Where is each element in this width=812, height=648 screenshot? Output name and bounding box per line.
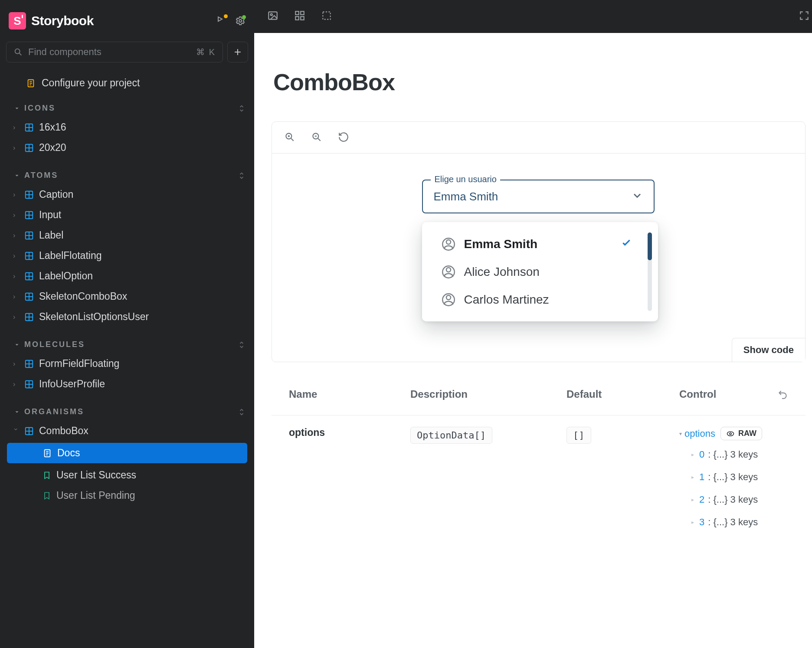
combobox-value: Emma Smith	[433, 190, 498, 203]
zoom-reset-icon[interactable]	[338, 131, 349, 144]
sidebar-item-skeletoncombobox[interactable]: ›SkeletonComboBox	[1, 286, 253, 307]
sidebar-item-skeletonlistoptionsuser[interactable]: ›SkeletonListOptionsUser	[1, 307, 253, 327]
section-icons-header[interactable]: ICONS	[1, 99, 253, 117]
section-organisms-header[interactable]: ORGANISMS	[1, 403, 253, 421]
col-name: Name	[289, 388, 410, 402]
reset-controls-button[interactable]	[762, 388, 788, 402]
control-item[interactable]: ▸1 : {...} 3 keys	[679, 469, 762, 485]
search-row: Find components ⌘ K +	[0, 42, 254, 72]
col-control: Control	[679, 388, 762, 402]
sidebar: S Storybook Find components ⌘ K + Config…	[0, 0, 254, 648]
notifications-icon[interactable]	[216, 16, 226, 26]
section-title: ATOMS	[24, 171, 58, 180]
args-table: Name Description Default Control options…	[272, 368, 805, 542]
chevron-down-icon	[631, 190, 643, 203]
sidebar-item-label: User List Success	[56, 469, 136, 481]
sidebar-tree: Configure your project ICONS › 16x16 › 2…	[0, 72, 254, 648]
control-options-toggle[interactable]: options	[684, 428, 715, 439]
sidebar-item-docs[interactable]: Docs	[7, 443, 247, 463]
section-molecules-header[interactable]: MOLECULES	[1, 336, 253, 353]
component-icon	[24, 312, 34, 322]
sidebar-item-user-list-pending[interactable]: User List Pending	[1, 485, 253, 506]
expand-collapse-icon[interactable]	[239, 409, 245, 416]
component-icon	[24, 292, 34, 301]
sidebar-item-label: InfoUserProfile	[39, 378, 105, 390]
component-icon	[24, 272, 34, 281]
search-shortcut: ⌘ K	[196, 47, 216, 57]
page-title: ComboBox	[272, 69, 805, 95]
svg-line-2	[20, 53, 22, 56]
sidebar-item-labelflotating[interactable]: ›LabelFlotating	[1, 245, 253, 266]
svg-point-67	[727, 432, 733, 436]
sidebar-item-combobox[interactable]: › ComboBox	[1, 421, 253, 441]
sidebar-item-user-list-success[interactable]: User List Success	[1, 465, 253, 485]
expand-collapse-icon[interactable]	[239, 105, 245, 112]
zoom-out-icon[interactable]	[311, 131, 322, 144]
default-chip: []	[566, 427, 591, 444]
component-icon	[24, 123, 34, 132]
sidebar-item-label: FormFieldFloating	[39, 358, 119, 370]
chevron-down-icon[interactable]: ▾	[679, 431, 682, 437]
user-icon	[442, 293, 455, 306]
zoom-in-icon[interactable]	[284, 131, 295, 144]
option-label: Alice Johnson	[464, 265, 539, 279]
logo[interactable]: S Storybook	[9, 12, 94, 29]
sidebar-item-label: Label	[39, 229, 63, 241]
grid-icon[interactable]	[294, 10, 305, 23]
document-icon	[26, 79, 36, 88]
combobox-field[interactable]: Elige un usuario Emma Smith	[422, 180, 655, 213]
raw-toggle[interactable]: RAW	[720, 427, 762, 440]
expand-collapse-icon[interactable]	[239, 341, 245, 348]
expand-collapse-icon[interactable]	[239, 172, 245, 179]
chevron-right-icon: ›	[13, 144, 19, 152]
sidebar-item-label: LabelOption	[39, 270, 93, 282]
undo-icon	[777, 388, 788, 399]
sidebar-item-20x20[interactable]: › 20x20	[1, 137, 253, 158]
section-atoms-header[interactable]: ATOMS	[1, 167, 253, 184]
args-row-options: options OptionData[] [] ▾ options RAW ▸0…	[272, 415, 805, 542]
scrollbar-thumb[interactable]	[648, 232, 652, 260]
sidebar-item-infouserprofile[interactable]: ›InfoUserProfile	[1, 374, 253, 394]
sidebar-item-label[interactable]: ›Label	[1, 225, 253, 245]
app-name: Storybook	[31, 13, 94, 28]
combobox-option[interactable]: Alice Johnson	[422, 258, 658, 286]
search-input[interactable]: Find components ⌘ K	[6, 42, 223, 62]
sidebar-item-input[interactable]: ›Input	[1, 205, 253, 225]
add-button[interactable]: +	[227, 42, 248, 62]
document-icon	[43, 448, 52, 458]
chevron-right-icon: ▸	[691, 474, 696, 480]
main: ComboBox Elige un usuario Emma Smith	[254, 0, 812, 648]
fullscreen-icon[interactable]	[799, 15, 810, 23]
sidebar-item-formfieldfloating[interactable]: ›FormFieldFloating	[1, 353, 253, 374]
combobox-option[interactable]: Emma Smith	[422, 230, 658, 258]
section-title: ICONS	[24, 104, 56, 113]
chevron-down-icon	[14, 105, 20, 111]
sidebar-item-labeloption[interactable]: ›LabelOption	[1, 266, 253, 286]
chevron-right-icon: ›	[13, 124, 19, 131]
chevron-right-icon: ▸	[691, 452, 696, 458]
sidebar-item-label: User List Pending	[56, 490, 135, 501]
image-icon[interactable]	[267, 10, 278, 23]
search-icon	[13, 47, 23, 57]
svg-point-1	[15, 49, 20, 54]
combobox-option[interactable]: Carlos Martinez	[422, 286, 658, 314]
chevron-down-icon: ›	[12, 428, 20, 434]
sidebar-item-caption[interactable]: ›Caption	[1, 184, 253, 205]
control-item[interactable]: ▸0 : {...} 3 keys	[679, 446, 762, 463]
sidebar-item-label: Configure your project	[42, 77, 140, 89]
chevron-down-icon	[14, 409, 20, 415]
sidebar-item-label: 20x20	[39, 142, 66, 154]
component-icon	[24, 380, 34, 389]
outline-icon[interactable]	[321, 10, 332, 23]
svg-point-48	[271, 14, 272, 16]
chevron-right-icon: ›	[13, 232, 19, 239]
control-item[interactable]: ▸3 : {...} 3 keys	[679, 514, 762, 530]
sidebar-item-16x16[interactable]: › 16x16	[1, 117, 253, 137]
settings-icon[interactable]	[235, 16, 246, 26]
svg-point-68	[730, 432, 731, 434]
sidebar-item-configure[interactable]: Configure your project	[1, 72, 253, 99]
option-label: Carlos Martinez	[464, 293, 549, 307]
control-item[interactable]: ▸2 : {...} 3 keys	[679, 491, 762, 508]
show-code-button[interactable]: Show code	[732, 338, 805, 362]
sidebar-item-label: ComboBox	[39, 425, 88, 437]
